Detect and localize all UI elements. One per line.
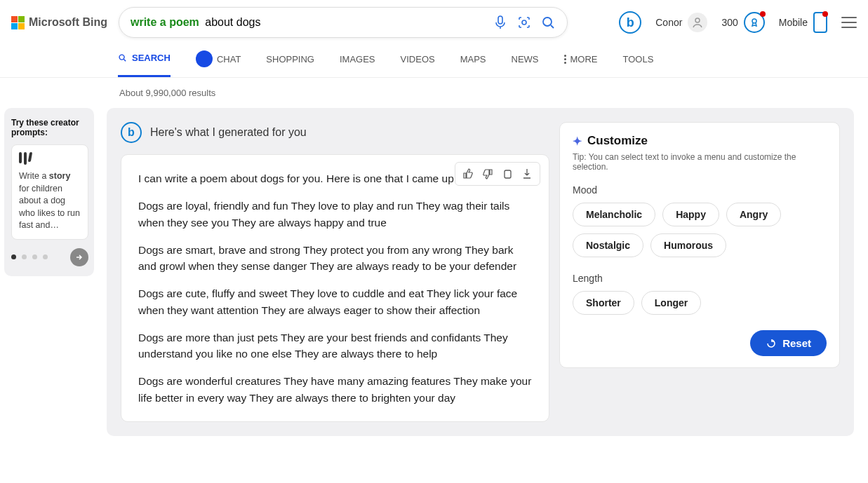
customize-tip: Tip: You can select text to invoke a men…	[573, 152, 827, 172]
chat-icon	[196, 50, 213, 67]
mobile-label: Mobile	[779, 17, 808, 28]
dot[interactable]	[43, 254, 48, 259]
bing-chat-icon[interactable]: b	[619, 11, 641, 34]
length-chips: Shorter Longer	[573, 291, 827, 315]
chip-happy[interactable]: Happy	[662, 203, 719, 226]
phone-icon	[813, 12, 827, 33]
tab-label: IMAGES	[340, 54, 375, 64]
logo[interactable]: Microsoft Bing	[11, 16, 107, 29]
chip-longer[interactable]: Longer	[641, 291, 701, 315]
user-name: Conor	[655, 17, 682, 28]
rewards[interactable]: 300	[721, 12, 764, 33]
tab-maps[interactable]: MAPS	[460, 50, 486, 77]
tab-label: SHOPPING	[266, 54, 314, 64]
tab-news[interactable]: NEWS	[512, 50, 539, 77]
download-icon[interactable]	[519, 165, 535, 182]
tab-label: TOOLS	[623, 54, 654, 64]
creator-prompts-panel: Try these creator prompts: Write a story…	[4, 108, 94, 276]
search-prefix: write a poem	[131, 16, 199, 29]
mic-icon[interactable]	[493, 15, 508, 30]
tab-label: SEARCH	[132, 53, 171, 63]
svg-point-4	[752, 19, 756, 23]
svg-rect-6	[505, 170, 511, 178]
sparkle-icon: ✦	[573, 135, 582, 148]
svg-point-2	[543, 18, 552, 26]
next-icon[interactable]	[70, 248, 88, 266]
thumbs-up-icon[interactable]	[460, 165, 476, 182]
chip-nostalgic[interactable]: Nostalgic	[573, 233, 643, 257]
tab-tools[interactable]: TOOLS	[623, 50, 654, 77]
nav-tabs: SEARCH CHAT SHOPPING IMAGES VIDEOS MAPS …	[0, 38, 868, 78]
reset-icon	[766, 338, 777, 349]
notification-dot	[822, 11, 828, 17]
avatar-icon	[688, 13, 707, 32]
poem-stanza: Dogs are more than just pets They are yo…	[138, 329, 532, 362]
story-icon	[19, 152, 81, 165]
lens-icon[interactable]	[516, 15, 532, 30]
dot[interactable]	[11, 254, 16, 259]
tab-shopping[interactable]: SHOPPING	[266, 50, 314, 77]
tab-videos[interactable]: VIDEOS	[401, 50, 435, 77]
generated-card: I can write a poem about dogs for you. H…	[121, 154, 549, 422]
search-icon[interactable]	[540, 15, 556, 30]
chip-humorous[interactable]: Humorous	[650, 233, 726, 257]
svg-point-5	[119, 55, 124, 60]
mood-chips: Melancholic Happy Angry Nostalgic Humoro…	[573, 203, 827, 257]
mood-label: Mood	[573, 184, 827, 196]
customize-panel: ✦ Customize Tip: You can select text to …	[559, 122, 840, 368]
tab-images[interactable]: IMAGES	[340, 50, 375, 77]
chip-shorter[interactable]: Shorter	[573, 291, 634, 315]
svg-point-1	[522, 20, 526, 25]
thumbs-down-icon[interactable]	[479, 165, 496, 182]
logo-text: Microsoft Bing	[29, 16, 107, 29]
copy-icon[interactable]	[499, 165, 516, 182]
length-label: Length	[573, 273, 827, 284]
menu-icon[interactable]	[841, 17, 857, 28]
search-input[interactable]	[202, 16, 484, 29]
poem-stanza: Dogs are loyal, friendly and fun They lo…	[138, 198, 532, 231]
dot[interactable]	[32, 254, 37, 259]
customize-title: ✦ Customize	[573, 134, 827, 148]
notification-dot	[760, 11, 766, 17]
poem-stanza: Dogs are cute, fluffy and sweet They lov…	[138, 285, 532, 318]
reset-button[interactable]: Reset	[750, 330, 827, 356]
tab-label: VIDEOS	[401, 54, 435, 64]
svg-point-3	[695, 18, 700, 22]
svg-rect-0	[498, 16, 502, 24]
tab-label: CHAT	[217, 54, 241, 64]
tab-label: MORE	[570, 54, 598, 64]
search-box[interactable]: write a poem	[119, 7, 568, 38]
chip-melancholic[interactable]: Melancholic	[573, 203, 655, 226]
points-value: 300	[721, 17, 737, 28]
tab-label: NEWS	[512, 54, 539, 64]
tab-label: MAPS	[460, 54, 486, 64]
mobile-link[interactable]: Mobile	[779, 12, 827, 33]
bing-icon: b	[121, 122, 142, 143]
poem-stanza: Dogs are wonderful creatures They have m…	[138, 373, 532, 406]
medal-icon	[744, 12, 765, 33]
carousel-dots	[11, 248, 88, 266]
poem-stanza: Dogs are smart, brave and strong They pr…	[138, 242, 532, 275]
chip-angry[interactable]: Angry	[726, 203, 781, 226]
tab-chat[interactable]: CHAT	[196, 50, 241, 77]
microsoft-icon	[11, 16, 25, 29]
generated-title: Here's what I generated for you	[150, 126, 307, 139]
tab-more[interactable]: MORE	[564, 50, 598, 77]
result-count: About 9,990,000 results	[0, 78, 868, 108]
card-actions	[455, 162, 540, 186]
user-menu[interactable]: Conor	[655, 13, 707, 32]
creator-prompt-card[interactable]: Write a story for children about a dog w…	[11, 144, 88, 240]
dot[interactable]	[22, 254, 27, 259]
tab-search[interactable]: SEARCH	[118, 50, 171, 77]
dots-icon	[564, 55, 566, 64]
creator-prompts-title: Try these creator prompts:	[11, 118, 88, 137]
